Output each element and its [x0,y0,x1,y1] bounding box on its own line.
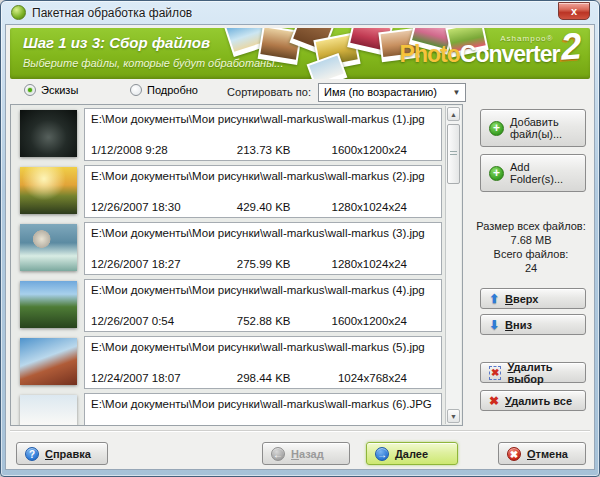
file-thumbnail [20,224,77,271]
file-path: E:\Мои документы\Мои рисунки\wall-markus… [91,170,435,182]
file-list: E:\Мои документы\Мои рисунки\wall-markus… [10,104,463,426]
brand-converter-word: Converter [460,41,560,67]
list-scrollbar[interactable]: ▲ ▼ [445,106,461,424]
file-row[interactable]: E:\Мои документы\Мои рисунки\wall-markus… [14,279,442,332]
file-size: 275.99 KB [214,258,313,270]
scroll-down-icon[interactable]: ▼ [447,409,460,423]
brand-photo-word: Photo [400,41,460,67]
move-down-label: Вниз [505,319,532,331]
brand-version: 2 [560,31,583,62]
radio-details-dot [130,84,142,96]
sort-by-label: Сортировать по: [156,86,311,98]
file-thumbnail [20,338,77,385]
file-count-value: 24 [468,261,594,275]
delete-selection-icon: ✖ [489,366,501,380]
file-size: 752.88 KB [214,315,313,327]
total-size-value: 7.68 MB [468,233,594,247]
cancel-label: Отмена [527,448,568,460]
scroll-up-icon[interactable]: ▲ [447,107,460,121]
close-button[interactable]: x [558,2,590,20]
file-dimensions: 1280x1024x24 [313,201,433,213]
dialog-body: Шаг 1 из 3: Сбор файлов Выберите файлы, … [5,24,595,470]
next-button[interactable]: → Далее [366,442,458,465]
titlebar[interactable]: Пакетная обработка файлов x [5,1,595,24]
radio-thumbnails-label: Эскизы [41,84,78,96]
file-row[interactable]: E:\Мои документы\Мои рисунки\wall-markus… [14,222,442,275]
file-thumbnail [20,110,77,157]
total-size-label: Размер всех файлов: [468,219,594,233]
help-button[interactable]: ? Справка [16,442,108,465]
cancel-button[interactable]: ✖ Отмена [498,442,586,465]
add-files-button[interactable]: + Добавить файл(ы)... [480,109,586,147]
back-label: Назад [291,448,324,460]
remove-all-button[interactable]: ✖ Удалить все [480,390,586,411]
sort-by-dropdown[interactable]: Имя (по возрастанию) ▼ [318,83,466,102]
file-thumbnail [20,281,77,328]
wizard-step-subtitle: Выберите файлы, которые будут обработаны… [23,57,283,69]
radio-thumbnails-dot [24,84,36,96]
file-dimensions: 1280x1024x24 [313,258,433,270]
file-row[interactable]: E:\Мои документы\Мои рисунки\wall-markus… [14,165,442,218]
remove-all-label: Удалить все [505,395,572,407]
plus-icon: + [489,166,504,181]
file-row[interactable]: E:\Мои документы\Мои рисунки\wall-markus… [14,336,442,389]
app-window: Пакетная обработка файлов x Шаг 1 из 3: … [0,0,600,477]
file-stats: Размер всех файлов: 7.68 MB Всего файлов… [468,219,594,275]
move-down-button[interactable]: ⬇ Вниз [480,314,586,335]
add-folders-button[interactable]: + Add Folder(s)... [480,154,586,192]
sort-by-value: Имя (по возрастанию) [324,86,437,98]
delete-all-icon: ✖ [489,395,499,407]
file-dimensions: 1600x1200x24 [313,144,433,156]
wizard-banner: Шаг 1 из 3: Сбор файлов Выберите файлы, … [10,28,590,79]
add-files-label: Добавить файл(ы)... [510,116,577,140]
brand-logo: Ashampoo® PhotoConverter 2 [400,32,582,66]
file-thumbnail [20,167,77,214]
file-count-label: Всего файлов: [468,247,594,261]
file-dimensions: 1024x768x24 [313,372,433,384]
file-row[interactable]: E:\Мои документы\Мои рисунки\wall-markus… [14,108,442,161]
radio-thumbnails[interactable]: Эскизы [24,84,78,96]
footer-divider [10,430,590,432]
move-up-label: Вверх [505,293,538,305]
file-size: 213.73 KB [214,144,313,156]
chevron-down-icon: ▼ [450,86,463,99]
help-label: Справка [45,448,91,460]
arrow-up-icon: ⬆ [489,293,499,305]
back-icon: ← [271,447,285,461]
file-size: 298.44 KB [214,372,313,384]
file-dimensions: 1600x1200x24 [313,315,433,327]
file-date: 12/26/2007 18:27 [91,258,214,270]
move-up-button[interactable]: ⬆ Вверх [480,288,586,309]
window-title: Пакетная обработка файлов [32,6,192,20]
app-icon [11,5,26,20]
file-path: E:\Мои документы\Мои рисунки\wall-markus… [91,398,435,410]
arrow-down-icon: ⬇ [489,319,499,331]
plus-icon: + [489,121,504,136]
add-folders-label: Add Folder(s)... [510,161,577,185]
file-date: 1/12/2008 9:28 [91,144,214,156]
file-path: E:\Мои документы\Мои рисунки\wall-markus… [91,284,435,296]
scrollbar-grip [450,151,457,157]
back-button: ← Назад [262,442,350,465]
file-thumbnail [20,395,77,426]
remove-selected-button[interactable]: ✖ Удалить выбор [480,362,586,383]
view-controls: Эскизы Подробно Сортировать по: Имя (по … [6,81,594,103]
wizard-step-title: Шаг 1 из 3: Сбор файлов [23,34,210,51]
file-path: E:\Мои документы\Мои рисунки\wall-markus… [91,341,435,353]
file-path: E:\Мои документы\Мои рисунки\wall-markus… [91,113,435,125]
file-date: 12/26/2007 18:30 [91,201,214,213]
cancel-icon: ✖ [507,447,521,461]
file-path: E:\Мои документы\Мои рисунки\wall-markus… [91,227,435,239]
file-row[interactable]: E:\Мои документы\Мои рисунки\wall-markus… [14,393,442,426]
scrollbar-thumb[interactable] [447,124,460,184]
next-label: Далее [395,448,428,460]
remove-selected-label: Удалить выбор [507,361,577,385]
file-date: 12/24/2007 18:07 [91,372,214,384]
file-size: 429.40 KB [214,201,313,213]
file-date: 12/26/2007 0:54 [91,315,214,327]
help-icon: ? [25,447,39,461]
next-icon: → [375,447,389,461]
